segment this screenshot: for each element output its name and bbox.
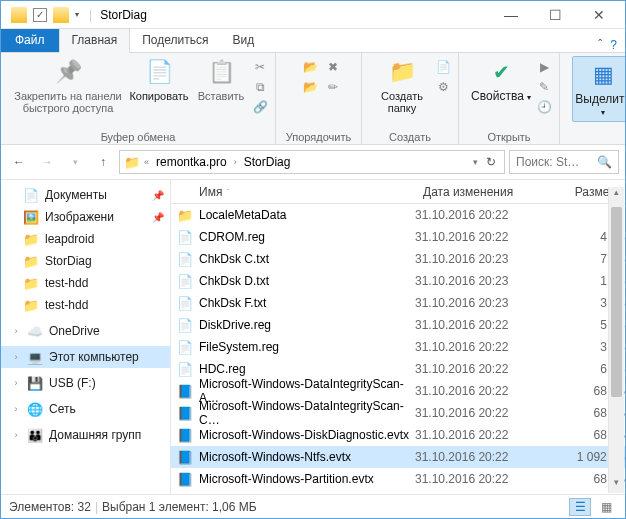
- qa-customize-chevron[interactable]: ▾: [75, 10, 79, 19]
- address-folder-icon: 📁: [124, 154, 140, 170]
- tree-item-icon: 📁: [23, 231, 39, 247]
- tree-item-label: Домашняя групп: [49, 428, 141, 442]
- recent-chevron[interactable]: ▾: [63, 150, 87, 174]
- file-icon: 📄: [177, 251, 193, 267]
- tree-item-label: OneDrive: [49, 324, 100, 338]
- file-icon: 📘: [177, 383, 193, 399]
- window-icon[interactable]: [11, 7, 27, 23]
- file-row[interactable]: 📘Microsoft-Windows-DataIntegrityScan-C…3…: [171, 402, 625, 424]
- file-icon: 📄: [177, 339, 193, 355]
- edit-icon[interactable]: ✎: [535, 78, 553, 96]
- tree-item-icon: ☁️: [27, 323, 43, 339]
- tree-item[interactable]: ›🌐Сеть: [1, 398, 170, 420]
- tree-item[interactable]: ›💻Этот компьютер: [1, 346, 170, 368]
- copy-to-icon[interactable]: 📂: [302, 78, 320, 96]
- nav-tree[interactable]: 📄Документы📌🖼️Изображени📌📁leapdroid📁StorD…: [1, 180, 171, 494]
- copy-button[interactable]: Копировать: [127, 56, 191, 102]
- copy-path-icon[interactable]: ⧉: [251, 78, 269, 96]
- new-item-icon[interactable]: 📄: [434, 58, 452, 76]
- close-button[interactable]: ✕: [577, 1, 621, 29]
- address-dropdown-chevron[interactable]: ▾: [471, 157, 480, 167]
- search-box[interactable]: Поиск: St… 🔍: [509, 150, 619, 174]
- easy-access-icon[interactable]: ⚙: [434, 78, 452, 96]
- file-date: 31.10.2016 20:23: [415, 274, 545, 288]
- cut-icon[interactable]: ✂: [251, 58, 269, 76]
- breadcrumb-2[interactable]: StorDiag: [241, 155, 294, 169]
- file-row[interactable]: 📄ChkDsk F.txt31.10.2016 20:233 КБ: [171, 292, 625, 314]
- search-placeholder: Поиск: St…: [516, 155, 579, 169]
- tree-item[interactable]: ›💾USB (F:): [1, 372, 170, 394]
- tree-item-icon: 🖼️: [23, 209, 39, 225]
- file-list[interactable]: 📁LocaleMetaData31.10.2016 20:22📄CDROM.re…: [171, 204, 625, 494]
- expand-chevron-icon[interactable]: ›: [11, 404, 21, 414]
- tree-item-icon: 🌐: [27, 401, 43, 417]
- select-button[interactable]: Выделить ▾: [572, 56, 626, 122]
- crumb-chevron[interactable]: «: [142, 157, 151, 167]
- scroll-up-icon[interactable]: ▴: [609, 187, 624, 203]
- address-bar[interactable]: 📁 « remontka.pro › StorDiag ▾ ↻: [119, 150, 505, 174]
- file-row[interactable]: 📁LocaleMetaData31.10.2016 20:22: [171, 204, 625, 226]
- col-date[interactable]: Дата изменения: [415, 185, 545, 199]
- properties-icon: [485, 56, 517, 88]
- tree-item[interactable]: 📁test-hdd: [1, 294, 170, 316]
- scroll-thumb[interactable]: [611, 207, 622, 397]
- qa-folder-icon[interactable]: [53, 7, 69, 23]
- tab-share[interactable]: Поделиться: [130, 29, 220, 52]
- col-name[interactable]: Имя ˆ: [171, 185, 415, 199]
- tab-file[interactable]: Файл: [1, 29, 59, 52]
- expand-chevron-icon[interactable]: ›: [11, 326, 21, 336]
- tree-item[interactable]: 📁test-hdd: [1, 272, 170, 294]
- column-headers: Имя ˆ Дата изменения Размер: [171, 180, 625, 204]
- file-name: CDROM.reg: [199, 230, 265, 244]
- file-date: 31.10.2016 20:22: [415, 384, 545, 398]
- file-row[interactable]: 📘Microsoft-Windows-DiskDiagnostic.evtx31…: [171, 424, 625, 446]
- file-row[interactable]: 📄FileSystem.reg31.10.2016 20:223 КБ: [171, 336, 625, 358]
- qa-checkbox[interactable]: ✓: [33, 8, 47, 22]
- ribbon-collapse-icon[interactable]: ˆ: [598, 38, 602, 52]
- tree-item[interactable]: 🖼️Изображени📌: [1, 206, 170, 228]
- tab-home[interactable]: Главная: [59, 28, 131, 53]
- file-list-scrollbar[interactable]: ▴ ▾: [608, 187, 624, 493]
- minimize-button[interactable]: ―: [489, 1, 533, 29]
- paste-shortcut-icon[interactable]: 🔗: [251, 98, 269, 116]
- file-row[interactable]: 📘Microsoft-Windows-Ntfs.evtx31.10.2016 2…: [171, 446, 625, 468]
- up-button[interactable]: ↑: [91, 150, 115, 174]
- tree-item[interactable]: ›👪Домашняя групп: [1, 424, 170, 446]
- rename-icon[interactable]: ✏: [324, 78, 342, 96]
- tree-item[interactable]: 📁leapdroid: [1, 228, 170, 250]
- history-icon[interactable]: 🕘: [535, 98, 553, 116]
- breadcrumb-1[interactable]: remontka.pro: [153, 155, 230, 169]
- file-row[interactable]: 📄CDROM.reg31.10.2016 20:224 КБ: [171, 226, 625, 248]
- expand-chevron-icon[interactable]: ›: [11, 430, 21, 440]
- tree-item-label: USB (F:): [49, 376, 96, 390]
- open-icon[interactable]: ▶: [535, 58, 553, 76]
- expand-chevron-icon[interactable]: ›: [11, 378, 21, 388]
- expand-chevron-icon[interactable]: ›: [11, 352, 21, 362]
- properties-button[interactable]: Свойства ▾: [471, 56, 531, 104]
- view-tiles-button[interactable]: ▦: [595, 498, 617, 516]
- crumb-chevron[interactable]: ›: [232, 157, 239, 167]
- file-row[interactable]: 📄ChkDsk D.txt31.10.2016 20:231 КБ: [171, 270, 625, 292]
- refresh-icon[interactable]: ↻: [482, 155, 500, 169]
- file-name: DiskDrive.reg: [199, 318, 271, 332]
- tree-item-icon: 📁: [23, 253, 39, 269]
- maximize-button[interactable]: ☐: [533, 1, 577, 29]
- help-icon[interactable]: ?: [610, 38, 617, 52]
- tab-view[interactable]: Вид: [220, 29, 266, 52]
- new-folder-button[interactable]: Создать папку: [374, 56, 430, 114]
- title-bar: ✓ ▾ | StorDiag ― ☐ ✕: [1, 1, 625, 29]
- file-row[interactable]: 📘Microsoft-Windows-Partition.evtx31.10.2…: [171, 468, 625, 490]
- back-button[interactable]: ←: [7, 150, 31, 174]
- tree-item-label: StorDiag: [45, 254, 92, 268]
- tree-item[interactable]: ›☁️OneDrive: [1, 320, 170, 342]
- file-icon: 📁: [177, 207, 193, 223]
- delete-icon[interactable]: ✖: [324, 58, 342, 76]
- file-row[interactable]: 📄DiskDrive.reg31.10.2016 20:225 КБ: [171, 314, 625, 336]
- move-to-icon[interactable]: 📂: [302, 58, 320, 76]
- tree-item[interactable]: 📁StorDiag: [1, 250, 170, 272]
- view-details-button[interactable]: ☰: [569, 498, 591, 516]
- file-row[interactable]: 📄ChkDsk C.txt31.10.2016 20:237 КБ: [171, 248, 625, 270]
- scroll-down-icon[interactable]: ▾: [609, 477, 624, 493]
- tree-item[interactable]: 📄Документы📌: [1, 184, 170, 206]
- group-open: Свойства ▾ ▶ ✎ 🕘 Открыть: [459, 53, 560, 144]
